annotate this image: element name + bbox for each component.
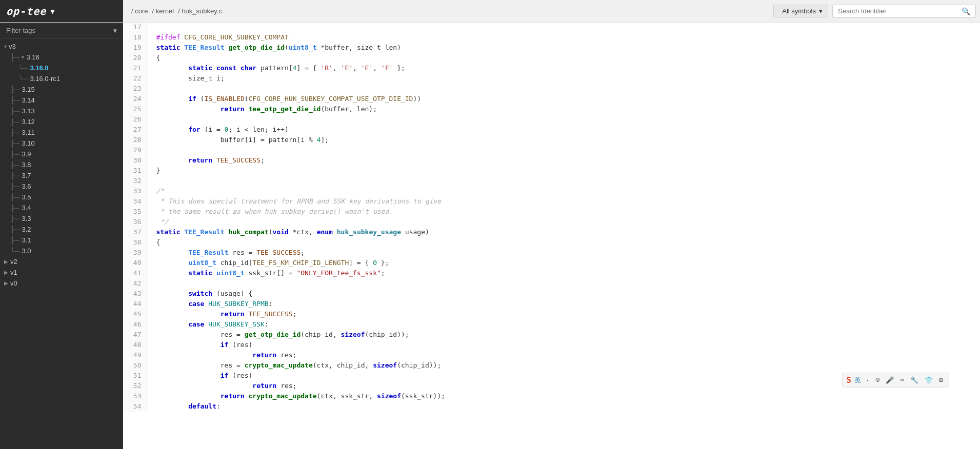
code-line	[148, 176, 980, 187]
line-number: 47	[123, 330, 148, 340]
table-row: 49 return res;	[123, 351, 980, 361]
table-row: 39 TEE_Result res = TEE_SUCCESS;	[123, 248, 980, 258]
sidebar-item-311[interactable]: ├─3.11	[0, 127, 123, 138]
table-row: 33 /*	[123, 187, 980, 197]
ime-logo: S	[847, 376, 851, 385]
line-number: 33	[123, 187, 148, 197]
table-row: 28 buffer[i] = pattern[i % 4];	[123, 135, 980, 146]
line-number: 19	[123, 43, 148, 53]
table-row: 50 res = crypto_mac_update(ctx, chip_id,…	[123, 361, 980, 371]
symbols-label: All symbols	[782, 7, 816, 15]
table-row: 23	[123, 84, 980, 94]
code-line: */	[148, 217, 980, 228]
label-316: 3.16	[26, 53, 39, 61]
line-number: 42	[123, 279, 148, 289]
code-line: static TEE_Result huk_compat(void *ctx, …	[148, 228, 980, 238]
code-line: * the same result as when huk_subkey_der…	[148, 207, 980, 217]
line-number: 52	[123, 381, 148, 392]
code-line: {	[148, 53, 980, 64]
ime-settings-btn[interactable]: 🔧	[909, 375, 920, 385]
line-number: 24	[123, 94, 148, 105]
line-number: 34	[123, 197, 148, 207]
sidebar-item-315[interactable]: ├─3.15	[0, 84, 123, 95]
sidebar-item-v0[interactable]: ▶ v0	[0, 278, 123, 289]
ime-lang-btn[interactable]: 英	[854, 376, 861, 385]
code-line: return crypto_mac_update(ctx, ssk_str, s…	[148, 392, 980, 402]
ime-mic-btn[interactable]: 🎤	[884, 375, 895, 385]
code-line: static const char pattern[4] = { 'B', 'E…	[148, 64, 980, 74]
table-row: 53 return crypto_mac_update(ctx, ssk_str…	[123, 392, 980, 402]
breadcrumb-item-file[interactable]: / huk_subkey.c	[178, 7, 222, 15]
main-container: Filter tags ▼ ▾ v3 ├─ ▾ 3.16 └─ 3.16.0 └…	[0, 23, 980, 449]
line-number: 43	[123, 289, 148, 299]
symbols-dropdown-arrow: ▾	[819, 7, 823, 15]
sidebar-item-3160[interactable]: └─ 3.16.0	[0, 63, 123, 73]
line-number: 46	[123, 320, 148, 330]
sidebar-item-314[interactable]: ├─3.14	[0, 95, 123, 106]
sidebar: Filter tags ▼ ▾ v3 ├─ ▾ 3.16 └─ 3.16.0 └…	[0, 23, 123, 449]
table-row: 32	[123, 176, 980, 187]
sidebar-item-310[interactable]: ├─3.10	[0, 138, 123, 149]
sidebar-item-v3[interactable]: ▾ v3	[0, 41, 123, 52]
table-row: 22 size_t i;	[123, 74, 980, 84]
filter-tags-row: Filter tags ▼	[0, 23, 123, 39]
code-line: return tee_otp_get_die_id(buffer, len);	[148, 105, 980, 115]
breadcrumb-item-core[interactable]: / core	[131, 7, 148, 15]
sidebar-item-316[interactable]: ├─ ▾ 3.16	[0, 52, 123, 63]
line-number: 30	[123, 156, 148, 166]
sidebar-item-31[interactable]: ├─3.1	[0, 235, 123, 246]
sidebar-item-33[interactable]: ├─3.3	[0, 213, 123, 224]
line-number: 54	[123, 402, 148, 412]
sidebar-item-3160rc1[interactable]: └─ 3.16.0-rc1	[0, 73, 123, 84]
breadcrumb: / core / kernel / huk_subkey.c	[123, 7, 773, 15]
line-number: 27	[123, 125, 148, 135]
line-number: 17	[123, 23, 148, 33]
table-row: 34 * This does special treatment for RPM…	[123, 197, 980, 207]
filter-icon[interactable]: ▼	[113, 27, 117, 34]
code-line: TEE_Result res = TEE_SUCCESS;	[148, 248, 980, 258]
table-row: 40 uint8_t chip_id[TEE_FS_KM_CHIP_ID_LEN…	[123, 258, 980, 269]
sidebar-item-v1[interactable]: ▶ v1	[0, 267, 123, 278]
ime-punct-btn[interactable]: ·	[864, 375, 871, 385]
sidebar-item-30[interactable]: └─3.0	[0, 246, 123, 256]
code-line: buffer[i] = pattern[i % 4];	[148, 135, 980, 146]
search-icon[interactable]: 🔍	[962, 7, 970, 15]
label-v3: v3	[9, 43, 16, 50]
code-line: res = get_otp_die_id(chip_id, sizeof(chi…	[148, 330, 980, 340]
line-number: 31	[123, 166, 148, 176]
sidebar-item-37[interactable]: ├─3.7	[0, 170, 123, 181]
app-logo[interactable]: op-tee	[6, 5, 46, 17]
sidebar-item-36[interactable]: ├─3.6	[0, 181, 123, 192]
table-row: 44 case HUK_SUBKEY_RPMB:	[123, 299, 980, 310]
ime-grid-btn[interactable]: ⊞	[937, 375, 945, 385]
search-input[interactable]	[838, 7, 962, 15]
ime-keyboard-btn[interactable]: ⌨	[898, 375, 906, 385]
sidebar-item-38[interactable]: ├─3.8	[0, 159, 123, 170]
breadcrumb-item-kernel[interactable]: / kernel	[152, 7, 174, 15]
table-row: 45 return TEE_SUCCESS;	[123, 310, 980, 320]
sidebar-item-32[interactable]: ├─3.2	[0, 224, 123, 235]
logo-dropdown-icon[interactable]: ▼	[50, 7, 54, 15]
ime-emoji-btn[interactable]: ☺	[874, 375, 882, 385]
line-number: 45	[123, 310, 148, 320]
search-area: 🔍	[832, 5, 976, 18]
sidebar-item-39[interactable]: ├─3.9	[0, 149, 123, 159]
line-316: ├─	[10, 53, 19, 61]
sidebar-item-34[interactable]: ├─3.4	[0, 202, 123, 213]
line-number: 29	[123, 146, 148, 156]
table-row: 21 static const char pattern[4] = { 'B',…	[123, 64, 980, 74]
symbols-dropdown[interactable]: All symbols ▾	[773, 5, 828, 17]
sidebar-item-v2[interactable]: ▶ v2	[0, 256, 123, 267]
filter-tags-label: Filter tags	[6, 27, 35, 34]
table-row: 47 res = get_otp_die_id(chip_id, sizeof(…	[123, 330, 980, 340]
line-number: 41	[123, 269, 148, 279]
table-row: 46 case HUK_SUBKEY_SSK:	[123, 320, 980, 330]
sidebar-item-35[interactable]: ├─3.5	[0, 192, 123, 202]
code-line	[148, 146, 980, 156]
sidebar-item-313[interactable]: ├─3.13	[0, 106, 123, 116]
ime-toolbar: S 英 · ☺ 🎤 ⌨ 🔧 👕 ⊞	[842, 373, 949, 387]
line-number: 50	[123, 361, 148, 371]
table-row: 29	[123, 146, 980, 156]
sidebar-item-312[interactable]: ├─3.12	[0, 116, 123, 127]
ime-skin-btn[interactable]: 👕	[923, 375, 934, 385]
